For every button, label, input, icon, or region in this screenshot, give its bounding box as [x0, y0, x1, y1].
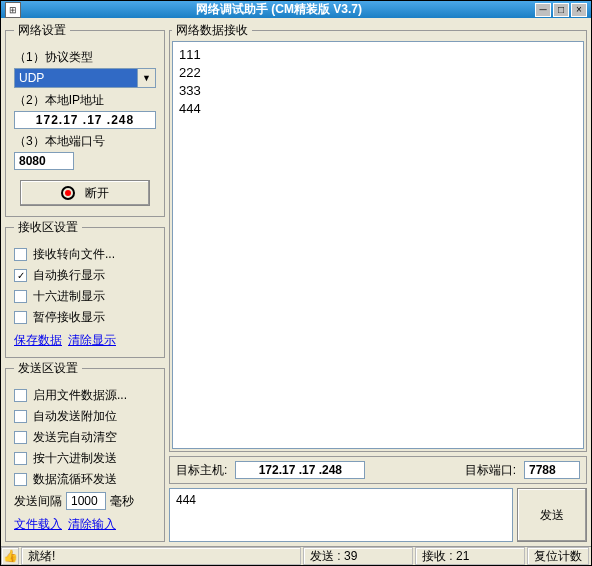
titlebar: ⊞ 网络调试助手 (CM精装版 V3.7) ─ □ × [1, 1, 591, 18]
recv-hex-label: 十六进制显示 [33, 288, 105, 305]
recv-settings-group: 接收区设置 接收转向文件... ✓自动换行显示 十六进制显示 暂停接收显示 保存… [5, 219, 165, 358]
protocol-value: UDP [19, 71, 44, 85]
save-data-link[interactable]: 保存数据 [14, 332, 62, 349]
target-host-input[interactable] [235, 461, 365, 479]
file-load-link[interactable]: 文件载入 [14, 516, 62, 533]
send-hex-checkbox[interactable] [14, 452, 27, 465]
recv-autowrap-checkbox[interactable]: ✓ [14, 269, 27, 282]
status-recv-label: 接收 : [422, 548, 453, 565]
send-settings-group: 发送区设置 启用文件数据源... 自动发送附加位 发送完自动清空 按十六进制发送… [5, 360, 165, 542]
left-panel: 网络设置 （1）协议类型 UDP ▼ （2）本地IP地址 （3）本地端口号 断开… [5, 22, 165, 542]
send-autobit-label: 自动发送附加位 [33, 408, 117, 425]
protocol-label: （1）协议类型 [14, 49, 156, 66]
send-hex-label: 按十六进制发送 [33, 450, 117, 467]
close-button[interactable]: × [571, 3, 587, 17]
clear-input-link[interactable]: 清除输入 [68, 516, 116, 533]
app-window: ⊞ 网络调试助手 (CM精装版 V3.7) ─ □ × 网络设置 （1）协议类型… [0, 0, 592, 566]
recv-line: 222 [179, 64, 577, 82]
status-send-count: 39 [344, 549, 357, 563]
protocol-select[interactable]: UDP ▼ [14, 68, 156, 88]
send-filesrc-checkbox[interactable] [14, 389, 27, 402]
status-recv-count: 21 [456, 549, 469, 563]
interval-input[interactable] [66, 492, 106, 510]
clear-display-link[interactable]: 清除显示 [68, 332, 116, 349]
network-settings-group: 网络设置 （1）协议类型 UDP ▼ （2）本地IP地址 （3）本地端口号 断开 [5, 22, 165, 217]
content-area: 网络设置 （1）协议类型 UDP ▼ （2）本地IP地址 （3）本地端口号 断开… [1, 18, 591, 546]
network-settings-legend: 网络设置 [14, 22, 70, 39]
recv-line: 444 [179, 100, 577, 118]
recv-autowrap-label: 自动换行显示 [33, 267, 105, 284]
status-recv-cell: 接收 : 21 [415, 547, 525, 565]
recv-pause-label: 暂停接收显示 [33, 309, 105, 326]
send-autoclear-checkbox[interactable] [14, 431, 27, 444]
record-icon [61, 186, 75, 200]
recv-line: 333 [179, 82, 577, 100]
send-filesrc-label: 启用文件数据源... [33, 387, 127, 404]
recv-tofile-checkbox[interactable] [14, 248, 27, 261]
local-ip-label: （2）本地IP地址 [14, 92, 156, 109]
send-settings-legend: 发送区设置 [14, 360, 82, 377]
send-autoclear-label: 发送完自动清空 [33, 429, 117, 446]
reset-count-button[interactable]: 复位计数 [527, 547, 589, 565]
send-button[interactable]: 发送 [517, 488, 587, 542]
dropdown-arrow-icon: ▼ [137, 69, 155, 87]
status-thumb-icon: 👍 [1, 547, 19, 565]
send-textarea[interactable]: 444 [169, 488, 513, 542]
recv-settings-legend: 接收区设置 [14, 219, 82, 236]
recv-pause-checkbox[interactable] [14, 311, 27, 324]
receive-textarea[interactable]: 111 222 333 444 [172, 41, 584, 449]
send-autobit-checkbox[interactable] [14, 410, 27, 423]
target-row: 目标主机: 目标端口: [169, 456, 587, 484]
target-port-label: 目标端口: [465, 462, 516, 479]
local-ip-input[interactable] [14, 111, 156, 129]
status-ready: 就绪! [21, 547, 301, 565]
statusbar: 👍 就绪! 发送 : 39 接收 : 21 复位计数 [1, 546, 591, 565]
recv-tofile-label: 接收转向文件... [33, 246, 115, 263]
send-row: 444 发送 [169, 488, 587, 542]
right-panel: 网络数据接收 111 222 333 444 目标主机: 目标端口: 444 发… [169, 22, 587, 542]
window-title: 网络调试助手 (CM精装版 V3.7) [25, 1, 533, 18]
send-loop-checkbox[interactable] [14, 473, 27, 486]
maximize-button[interactable]: □ [553, 3, 569, 17]
recv-data-group: 网络数据接收 111 222 333 444 [169, 22, 587, 452]
recv-data-legend: 网络数据接收 [172, 22, 252, 39]
interval-unit: 毫秒 [110, 493, 134, 510]
send-loop-label: 数据流循环发送 [33, 471, 117, 488]
target-port-input[interactable] [524, 461, 580, 479]
local-port-input[interactable] [14, 152, 74, 170]
status-send-cell: 发送 : 39 [303, 547, 413, 565]
status-send-label: 发送 : [310, 548, 341, 565]
recv-line: 111 [179, 46, 577, 64]
disconnect-label: 断开 [85, 185, 109, 202]
local-port-label: （3）本地端口号 [14, 133, 156, 150]
system-icon: ⊞ [5, 2, 21, 18]
recv-hex-checkbox[interactable] [14, 290, 27, 303]
interval-label: 发送间隔 [14, 493, 62, 510]
target-host-label: 目标主机: [176, 462, 227, 479]
minimize-button[interactable]: ─ [535, 3, 551, 17]
disconnect-button[interactable]: 断开 [20, 180, 150, 206]
